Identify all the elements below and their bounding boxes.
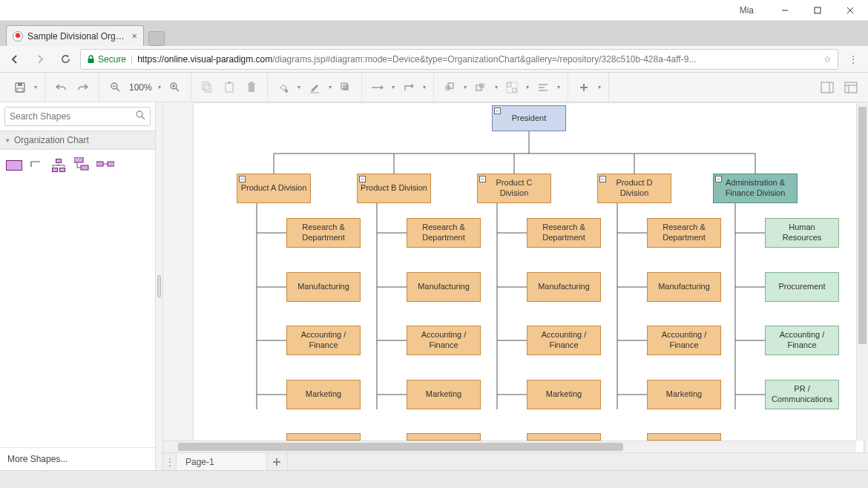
canvas-area: − President − Product A Division − Produ… (163, 102, 868, 470)
browser-menu-button[interactable]: ⋮ (843, 49, 864, 70)
to-back-button[interactable] (471, 78, 490, 97)
redo-button[interactable] (73, 78, 93, 97)
sidebar-resize-handle[interactable] (156, 102, 163, 470)
window-minimize-button[interactable] (769, 1, 801, 20)
node-a-accounting[interactable]: Accounting / Finance (286, 326, 361, 355)
node-a-research[interactable]: Research & Department (286, 218, 361, 248)
connector-straight-dropdown-icon[interactable]: ▾ (390, 84, 396, 90)
node-c-marketing[interactable]: Marketing (527, 380, 601, 409)
bookmark-star-icon[interactable]: ☆ (823, 54, 832, 65)
save-dropdown-icon[interactable]: ▾ (33, 84, 39, 90)
shape-elbow-connector[interactable] (30, 159, 43, 171)
add-dropdown-icon[interactable]: ▾ (596, 84, 602, 90)
browser-tab[interactable]: Sample Divisional Organ... × (6, 25, 144, 46)
node-b-accounting[interactable]: Accounting / Finance (407, 326, 481, 355)
paper[interactable]: − President − Product A Division − Produ… (193, 102, 864, 452)
save-button[interactable] (10, 78, 30, 97)
window-maximize-button[interactable] (801, 1, 834, 20)
format-panel-button[interactable] (818, 78, 837, 97)
node-a-manufacturing[interactable]: Manufacturing (286, 272, 361, 302)
node-b-more[interactable] (407, 433, 481, 441)
canvas[interactable]: − President − Product A Division − Produ… (163, 102, 868, 452)
more-shapes-button[interactable]: More Shapes... (0, 447, 155, 470)
page-tab-1[interactable]: Page-1 (177, 453, 267, 470)
horizontal-scrollbar[interactable] (163, 441, 856, 452)
connector-elbow-button[interactable] (399, 78, 418, 97)
node-c-accounting[interactable]: Accounting / Finance (527, 326, 601, 355)
omnibox[interactable]: Secure | https://online.visual-paradigm.… (80, 49, 838, 70)
zoom-out-button[interactable] (105, 78, 125, 97)
node-d-accounting[interactable]: Accounting / Finance (647, 326, 721, 355)
search-icon[interactable] (136, 111, 145, 122)
node-d-manufacturing[interactable]: Manufacturing (647, 272, 721, 302)
vertical-scrollbar[interactable] (856, 102, 868, 441)
fill-dropdown-icon[interactable]: ▾ (296, 84, 302, 90)
line-color-button[interactable] (305, 78, 324, 97)
node-c-research[interactable]: Research & Department (527, 218, 601, 248)
paste-button[interactable] (220, 78, 239, 97)
node-admin-hr[interactable]: Human Resources (765, 218, 839, 248)
nav-forward-button[interactable] (30, 49, 50, 70)
svg-rect-7 (17, 88, 23, 92)
node-d-marketing[interactable]: Marketing (647, 380, 721, 409)
svg-rect-32 (507, 82, 517, 93)
svg-rect-20 (248, 83, 255, 85)
new-tab-button[interactable] (148, 31, 165, 46)
tab-close-icon[interactable]: × (131, 30, 137, 42)
app-body: ▾ Organization Chart More Shapes... (0, 102, 868, 470)
node-d-research[interactable]: Research & Department (647, 218, 721, 248)
delete-button[interactable] (242, 78, 261, 97)
node-admin-accounting[interactable]: Accounting / Finance (765, 326, 839, 355)
page-tabs-menu-button[interactable]: ⋮ (163, 453, 177, 470)
copy-button[interactable] (197, 78, 217, 97)
node-b-manufacturing[interactable]: Manufacturing (407, 272, 481, 302)
svg-rect-1 (815, 7, 821, 13)
window-close-button[interactable] (834, 1, 867, 20)
to-front-button[interactable] (440, 78, 459, 97)
search-shapes-input[interactable] (10, 111, 131, 122)
node-b-research[interactable]: Research & Department (407, 218, 481, 248)
group-dropdown-icon[interactable]: ▾ (525, 84, 530, 90)
zoom-level[interactable]: 100% (128, 82, 154, 93)
outline-panel-button[interactable] (841, 78, 861, 97)
node-label: Procurement (779, 282, 826, 292)
connector-elbow-dropdown-icon[interactable]: ▾ (421, 84, 427, 90)
zoom-dropdown-icon[interactable]: ▾ (157, 84, 162, 90)
shape-side-branch[interactable] (96, 159, 114, 171)
shape-vertical-branch[interactable] (74, 157, 89, 173)
node-label: Human Resources (769, 222, 835, 243)
line-dropdown-icon[interactable]: ▾ (327, 84, 333, 90)
connector-straight-button[interactable] (368, 78, 387, 97)
align-button[interactable] (533, 78, 553, 97)
svg-rect-52 (81, 165, 88, 170)
add-page-button[interactable] (267, 453, 288, 470)
align-dropdown-icon[interactable]: ▾ (556, 84, 562, 90)
palette-header[interactable]: ▾ Organization Chart (0, 131, 155, 150)
node-d-more[interactable] (647, 433, 721, 441)
to-front-dropdown-icon[interactable]: ▾ (462, 84, 468, 90)
node-label: PR / Communications (769, 384, 835, 405)
node-label: Accounting / Finance (651, 330, 717, 351)
shape-unit[interactable] (6, 160, 22, 171)
node-a-more[interactable] (286, 433, 361, 441)
fill-color-button[interactable] (274, 78, 293, 97)
node-a-marketing[interactable]: Marketing (286, 380, 361, 409)
sidebar: ▾ Organization Chart More Shapes... (0, 102, 156, 470)
svg-rect-21 (250, 82, 253, 83)
nav-back-button[interactable] (4, 49, 25, 70)
node-label: Manufacturing (658, 282, 710, 292)
undo-button[interactable] (51, 78, 70, 97)
node-admin-pr[interactable]: PR / Communications (765, 380, 839, 409)
node-b-marketing[interactable]: Marketing (407, 380, 481, 409)
group-button[interactable] (502, 78, 522, 97)
node-c-more[interactable] (527, 433, 601, 441)
node-label: Marketing (426, 389, 461, 400)
zoom-in-button[interactable] (165, 78, 185, 97)
shape-org-tree[interactable] (50, 159, 67, 172)
nav-reload-button[interactable] (55, 49, 76, 70)
add-button[interactable] (574, 78, 594, 97)
node-admin-procurement[interactable]: Procurement (765, 272, 839, 302)
to-back-dropdown-icon[interactable]: ▾ (493, 84, 499, 90)
node-c-manufacturing[interactable]: Manufacturing (527, 272, 601, 302)
shadow-button[interactable] (336, 78, 355, 97)
